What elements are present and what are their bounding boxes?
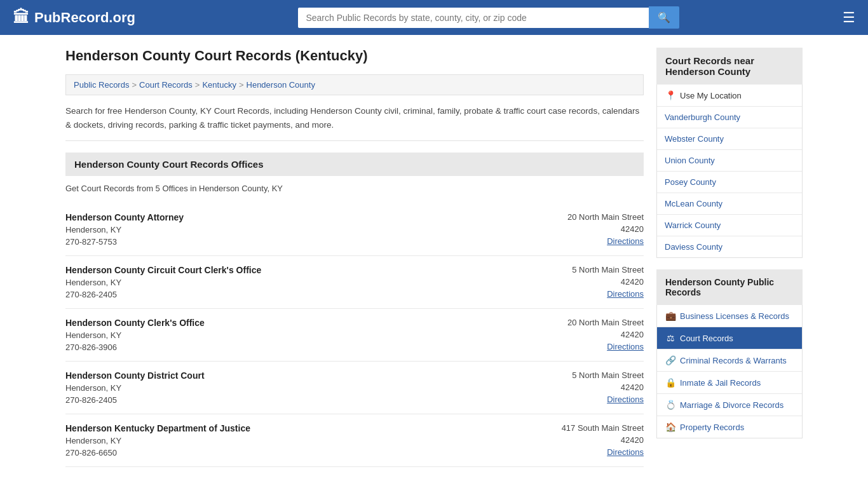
offices-list: Henderson County Attorney Henderson, KY … [65, 203, 644, 467]
nearby-daviess[interactable]: Daviess County [657, 236, 802, 257]
breadcrumb-sep-1: > [132, 80, 137, 90]
directions-link[interactable]: Directions [607, 395, 644, 404]
breadcrumb-henderson-county[interactable]: Henderson County [247, 80, 315, 90]
search-input[interactable] [298, 8, 649, 28]
nearby-list: 📍 Use My Location Vanderburgh County Web… [656, 85, 803, 258]
sidebar: Court Records near Henderson County 📍 Us… [656, 48, 803, 467]
logo-text: PubRecord.org [34, 10, 135, 26]
office-name: Henderson County District Court [65, 370, 205, 381]
nearby-union[interactable]: Union County [657, 150, 802, 172]
directions-link[interactable]: Directions [607, 342, 644, 351]
office-info: Henderson County Circuit Court Clerk's O… [65, 265, 261, 299]
public-records-business[interactable]: 💼 Business Licenses & Records [657, 305, 802, 327]
office-info: Henderson County Attorney Henderson, KY … [65, 212, 184, 247]
inmate-label: Inmate & Jail Records [680, 378, 761, 388]
criminal-label: Criminal Records & Warrants [680, 356, 787, 365]
nearby-county-label: Warrick County [665, 220, 721, 230]
business-icon: 💼 [665, 311, 676, 321]
office-phone: 270-827-5753 [65, 237, 184, 247]
search-button[interactable]: 🔍 [649, 6, 679, 29]
breadcrumb-court-records[interactable]: Court Records [139, 80, 193, 90]
office-entry: Henderson County Circuit Court Clerk's O… [65, 256, 644, 309]
office-entry: Henderson Kentucky Department of Justice… [65, 414, 644, 467]
nearby-county-label: Posey County [665, 177, 716, 187]
page-description: Search for free Henderson County, KY Cou… [65, 104, 644, 141]
breadcrumb-sep-2: > [195, 80, 200, 90]
office-name: Henderson County Attorney [65, 212, 184, 222]
office-city: Henderson, KY [65, 278, 261, 287]
office-address: 5 North Main Street 42420 Directions [572, 265, 644, 299]
office-info: Henderson County District Court Henderso… [65, 370, 205, 405]
office-street: 20 North Main Street [567, 318, 644, 327]
office-city: Henderson, KY [65, 330, 205, 340]
public-records-list: 💼 Business Licenses & Records ⚖ Court Re… [656, 305, 803, 438]
menu-icon[interactable]: ☰ [843, 10, 855, 26]
marriage-icon: 💍 [665, 400, 676, 410]
court-icon: ⚖ [665, 333, 676, 343]
office-phone: 270-826-6650 [65, 448, 250, 458]
directions-link[interactable]: Directions [607, 289, 644, 299]
nearby-county-label: Webster County [665, 134, 724, 144]
nearby-county-label: Vanderburgh County [665, 112, 740, 122]
breadcrumb-sep-3: > [239, 80, 244, 90]
court-label: Court Records [680, 334, 733, 343]
office-address: 5 North Main Street 42420 Directions [572, 370, 644, 405]
office-zip: 42420 [562, 435, 644, 445]
public-records-property[interactable]: 🏠 Property Records [657, 416, 802, 438]
nearby-webster[interactable]: Webster County [657, 128, 802, 150]
logo-icon: 🏛 [13, 8, 29, 27]
search-icon: 🔍 [658, 12, 670, 23]
main-container: Henderson County Court Records (Kentucky… [53, 35, 815, 480]
office-street: 20 North Main Street [567, 212, 644, 222]
office-phone: 270-826-2405 [65, 290, 261, 299]
public-records-court[interactable]: ⚖ Court Records [657, 327, 802, 349]
office-phone: 270-826-3906 [65, 342, 205, 352]
use-location-link[interactable]: 📍 Use My Location [657, 85, 802, 106]
nearby-warrick[interactable]: Warrick County [657, 215, 802, 236]
site-logo[interactable]: 🏛 PubRecord.org [13, 8, 135, 27]
public-records-criminal[interactable]: 🔗 Criminal Records & Warrants [657, 349, 802, 372]
office-entry: Henderson County Attorney Henderson, KY … [65, 203, 644, 256]
office-street: 5 North Main Street [572, 265, 644, 274]
office-street: 417 South Main Street [562, 423, 644, 433]
office-address: 417 South Main Street 42420 Directions [562, 423, 644, 458]
public-records-marriage[interactable]: 💍 Marriage & Divorce Records [657, 394, 802, 416]
nearby-mclean[interactable]: McLean County [657, 193, 802, 215]
criminal-icon: 🔗 [665, 355, 676, 365]
office-name: Henderson County Circuit Court Clerk's O… [65, 265, 261, 275]
nearby-county-label: Daviess County [665, 242, 722, 252]
offices-count: Get Court Records from 5 Offices in Hend… [65, 184, 644, 193]
office-street: 5 North Main Street [572, 370, 644, 380]
search-bar: 🔍 [298, 6, 679, 29]
breadcrumb-public-records[interactable]: Public Records [74, 80, 129, 90]
business-label: Business Licenses & Records [680, 311, 789, 321]
directions-link[interactable]: Directions [607, 236, 644, 246]
office-entry: Henderson County District Court Henderso… [65, 362, 644, 414]
page-title: Henderson County Court Records (Kentucky… [65, 48, 644, 64]
breadcrumb: Public Records > Court Records > Kentuck… [65, 74, 644, 95]
public-records-inmate[interactable]: 🔒 Inmate & Jail Records [657, 372, 802, 394]
site-header: 🏛 PubRecord.org 🔍 ☰ [0, 0, 868, 35]
office-address: 20 North Main Street 42420 Directions [567, 212, 644, 247]
public-records-section-title: Henderson County Public Records [656, 269, 803, 305]
nearby-vanderburgh[interactable]: Vanderburgh County [657, 107, 802, 128]
nearby-posey[interactable]: Posey County [657, 172, 802, 193]
property-label: Property Records [680, 423, 744, 432]
nearby-county-label: Union County [665, 156, 715, 165]
office-info: Henderson Kentucky Department of Justice… [65, 423, 250, 458]
offices-section-header: Henderson County Court Records Offices [65, 152, 644, 176]
use-location-item[interactable]: 📍 Use My Location [657, 85, 802, 107]
office-zip: 42420 [567, 224, 644, 234]
breadcrumb-kentucky[interactable]: Kentucky [202, 80, 236, 90]
office-address: 20 North Main Street 42420 Directions [567, 318, 644, 352]
use-location-label: Use My Location [680, 91, 742, 100]
office-city: Henderson, KY [65, 383, 205, 393]
office-city: Henderson, KY [65, 436, 250, 445]
location-icon: 📍 [665, 90, 676, 100]
office-name: Henderson County Clerk's Office [65, 318, 205, 328]
content-area: Henderson County Court Records (Kentucky… [65, 48, 644, 467]
directions-link[interactable]: Directions [607, 447, 644, 457]
property-icon: 🏠 [665, 422, 676, 432]
nearby-section-title: Court Records near Henderson County [656, 48, 803, 85]
inmate-icon: 🔒 [665, 377, 676, 388]
